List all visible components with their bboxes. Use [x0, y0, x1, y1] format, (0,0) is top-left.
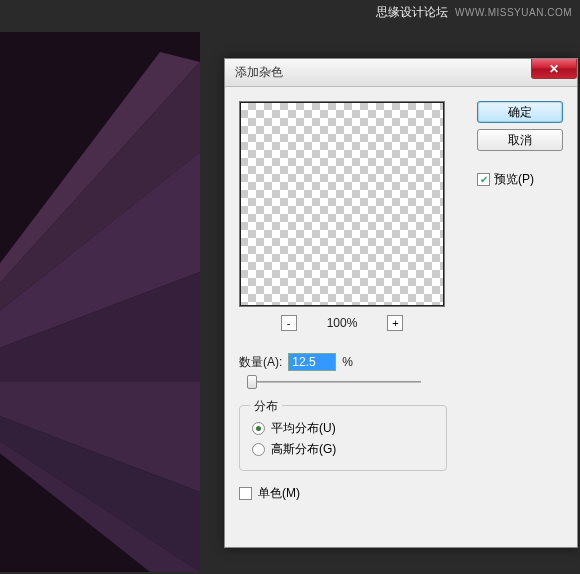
mono-row[interactable]: 单色(M)	[239, 485, 563, 502]
dialog-side-buttons: 确定 取消 ✔ 预览(P)	[477, 101, 563, 188]
preview-label: 预览(P)	[494, 171, 534, 188]
slider-thumb[interactable]	[247, 375, 257, 389]
close-icon: ✕	[549, 62, 559, 76]
dialog-title: 添加杂色	[235, 64, 283, 81]
add-noise-dialog: 添加杂色 ✕ 确定 取消 ✔ 预览(P) - 100% + 数量(A): %	[224, 58, 578, 548]
dist-gaussian-row[interactable]: 高斯分布(G)	[252, 441, 434, 458]
distribution-legend: 分布	[250, 398, 282, 415]
preview-checkbox[interactable]: ✔	[477, 173, 490, 186]
amount-slider[interactable]	[239, 377, 421, 387]
dist-uniform-row[interactable]: 平均分布(U)	[252, 420, 434, 437]
close-button[interactable]: ✕	[531, 59, 577, 79]
dialog-body: 确定 取消 ✔ 预览(P) - 100% + 数量(A): % 分布	[225, 87, 577, 512]
watermark-url: WWW.MISSYUAN.COM	[455, 7, 572, 18]
titlebar[interactable]: 添加杂色 ✕	[225, 59, 577, 87]
dist-uniform-label: 平均分布(U)	[271, 420, 336, 437]
watermark: 思缘设计论坛 WWW.MISSYUAN.COM	[376, 4, 572, 21]
zoom-percent: 100%	[327, 316, 358, 330]
amount-suffix: %	[342, 355, 353, 369]
preview-toggle-row: ✔ 预览(P)	[477, 171, 563, 188]
amount-row: 数量(A): %	[239, 353, 563, 371]
zoom-controls: - 100% +	[281, 315, 404, 331]
zoom-out-button[interactable]: -	[281, 315, 297, 331]
watermark-cn: 思缘设计论坛	[376, 5, 448, 19]
cancel-button[interactable]: 取消	[477, 129, 563, 151]
dist-gaussian-label: 高斯分布(G)	[271, 441, 336, 458]
slider-track	[247, 381, 421, 383]
amount-label: 数量(A):	[239, 354, 282, 371]
amount-input[interactable]	[288, 353, 336, 371]
preview-area: - 100% +	[239, 101, 445, 331]
ok-button[interactable]: 确定	[477, 101, 563, 123]
artwork-fan	[0, 52, 200, 572]
mono-label: 单色(M)	[258, 485, 300, 502]
zoom-in-button[interactable]: +	[387, 315, 403, 331]
mono-checkbox[interactable]	[239, 487, 252, 500]
canvas-artwork	[0, 32, 200, 572]
dist-uniform-radio[interactable]	[252, 422, 265, 435]
preview-canvas[interactable]	[239, 101, 445, 307]
distribution-fieldset: 分布 平均分布(U) 高斯分布(G)	[239, 405, 447, 471]
dist-gaussian-radio[interactable]	[252, 443, 265, 456]
